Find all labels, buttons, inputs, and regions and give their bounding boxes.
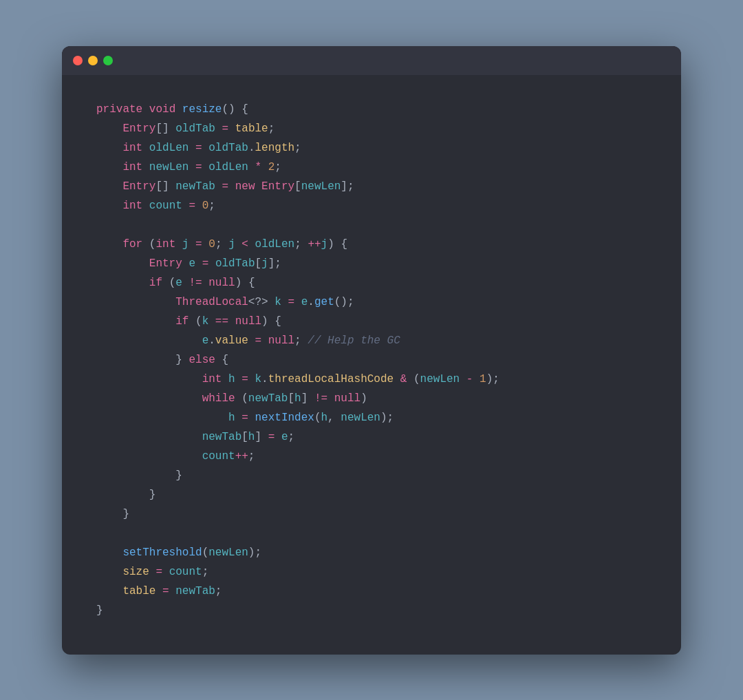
code-line <box>96 215 647 235</box>
code-line: int count = 0; <box>96 196 647 215</box>
code-line: if (k == null) { <box>96 312 647 331</box>
code-line: } <box>96 466 647 485</box>
minimize-button[interactable] <box>88 56 98 65</box>
code-line <box>96 524 647 543</box>
code-line: private void resize() { <box>96 100 647 119</box>
code-line: } <box>96 505 647 524</box>
close-button[interactable] <box>73 56 83 65</box>
code-line: } else { <box>96 350 647 370</box>
code-line: for (int j = 0; j < oldLen; ++j) { <box>96 235 647 254</box>
code-line: Entry[] oldTab = table; <box>96 119 647 138</box>
code-line: ThreadLocal<?> k = e.get(); <box>96 293 647 312</box>
code-line: int newLen = oldLen * 2; <box>96 158 647 177</box>
titlebar <box>62 46 681 75</box>
code-line: count++; <box>96 447 647 466</box>
code-line: newTab[h] = e; <box>96 427 647 447</box>
code-line: int h = k.threadLocalHashCode & (newLen … <box>96 370 647 389</box>
code-line: while (newTab[h] != null) <box>96 389 647 408</box>
code-line: } <box>96 601 647 620</box>
code-editor: private void resize() { Entry[] oldTab =… <box>62 75 681 655</box>
code-line: Entry e = oldTab[j]; <box>96 254 647 273</box>
code-line: table = newTab; <box>96 582 647 601</box>
code-line: e.value = null; // Help the GC <box>96 331 647 350</box>
code-line: Entry[] newTab = new Entry[newLen]; <box>96 177 647 196</box>
code-line: size = count; <box>96 562 647 582</box>
code-window: private void resize() { Entry[] oldTab =… <box>62 46 681 655</box>
maximize-button[interactable] <box>103 56 113 65</box>
code-line: setThreshold(newLen); <box>96 543 647 562</box>
code-line: if (e != null) { <box>96 273 647 293</box>
code-line: h = nextIndex(h, newLen); <box>96 408 647 427</box>
code-line: int oldLen = oldTab.length; <box>96 138 647 158</box>
code-line: } <box>96 485 647 505</box>
